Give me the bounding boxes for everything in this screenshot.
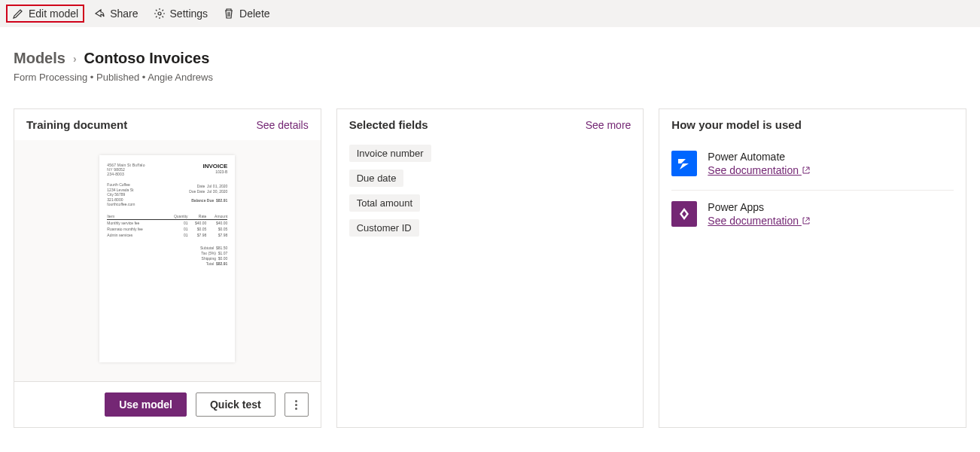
doc: 234-8003 <box>107 172 145 176</box>
doc: $0.05 <box>206 226 227 232</box>
settings-button[interactable]: Settings <box>148 5 215 23</box>
doc: $1.07 <box>218 251 228 255</box>
edit-model-button[interactable]: Edit model <box>6 5 84 23</box>
model-usage-card: How your model is used Power Automate Se… <box>659 108 966 428</box>
share-label: Share <box>110 8 138 20</box>
doc: 1023-B <box>202 170 227 174</box>
field-chip: Due date <box>349 170 404 187</box>
svg-point-0 <box>158 12 161 15</box>
usage-card-title: How your model is used <box>671 118 802 131</box>
see-details-link[interactable]: See details <box>256 119 308 131</box>
integration-name: Power Apps <box>708 201 811 213</box>
more-vertical-icon <box>295 400 297 410</box>
doc: Tax (5%) <box>201 251 216 255</box>
doc: Date <box>197 184 205 188</box>
doc: INVOICE <box>202 163 227 170</box>
doc: $82.91 <box>216 261 227 266</box>
doc: Total <box>206 261 215 266</box>
more-actions-button[interactable] <box>285 392 309 417</box>
doc: 01 <box>165 226 187 232</box>
breadcrumb-root[interactable]: Models <box>14 50 65 67</box>
see-documentation-link[interactable]: See documentation <box>708 164 811 176</box>
doc: $40.00 <box>206 219 227 226</box>
doc: Monthly service fee <box>107 219 165 226</box>
field-chip: Invoice number <box>349 145 431 162</box>
delete-label: Delete <box>239 8 269 20</box>
model-subtitle: Form Processing • Published • Angie Andr… <box>14 72 966 83</box>
chevron-right-icon: › <box>73 53 77 65</box>
doc: $0.05 <box>188 226 207 232</box>
field-chip: Customer ID <box>349 219 419 237</box>
doc: Amount <box>206 213 227 220</box>
external-link-icon <box>802 216 811 225</box>
doc: $0.00 <box>218 256 228 261</box>
doc: Item <box>107 213 165 220</box>
doc: $7.98 <box>188 232 207 238</box>
doc: Subtotal <box>200 246 214 250</box>
external-link-icon <box>802 166 811 175</box>
integration-power-apps: Power Apps See documentation <box>659 191 966 240</box>
doc: Admin services <box>107 232 165 238</box>
invoice-thumbnail: 4567 Main St Buffalo NY 98052 234-8003 I… <box>99 155 235 362</box>
doc: Quantity <box>165 213 187 220</box>
see-more-link[interactable]: See more <box>586 119 632 131</box>
documentation-label: See documentation <box>708 215 799 227</box>
fields-card-title: Selected fields <box>349 118 428 131</box>
doc: fourthcoffee.com <box>107 202 135 207</box>
field-chip: Total amount <box>349 194 420 212</box>
integration-power-automate: Power Automate See documentation <box>659 140 966 190</box>
doc: $82.91 <box>216 198 227 203</box>
doc: 01 <box>165 219 187 226</box>
share-icon <box>93 8 105 20</box>
breadcrumb-current: Contoso Invoices <box>84 50 210 67</box>
doc: Due Date <box>189 189 205 194</box>
doc: 01 <box>165 232 187 238</box>
training-document-card: Training document See details 4567 Main … <box>14 108 321 428</box>
document-preview: 4567 Main St Buffalo NY 98052 234-8003 I… <box>14 140 321 381</box>
gear-icon <box>154 8 166 20</box>
doc: Shipping <box>202 256 216 261</box>
documentation-label: See documentation <box>708 164 799 176</box>
breadcrumb: Models › Contoso Invoices <box>14 50 966 67</box>
selected-fields-card: Selected fields See more Invoice number … <box>336 108 644 428</box>
training-card-title: Training document <box>26 118 127 131</box>
delete-button[interactable]: Delete <box>217 5 275 23</box>
doc: Jul 30, 2020 <box>207 189 227 194</box>
share-button[interactable]: Share <box>87 5 144 23</box>
power-automate-icon <box>671 151 697 176</box>
doc: Rate <box>188 213 207 220</box>
settings-label: Settings <box>170 8 208 20</box>
doc: Balance Due <box>191 198 214 203</box>
edit-model-label: Edit model <box>29 8 78 20</box>
pencil-icon <box>12 8 24 20</box>
use-model-button[interactable]: Use model <box>105 392 187 417</box>
integration-name: Power Automate <box>708 151 811 163</box>
doc: $40.00 <box>188 219 207 226</box>
doc: $81.50 <box>216 246 227 250</box>
doc: Roamato monthly fee <box>107 226 165 232</box>
power-apps-icon <box>671 201 697 227</box>
trash-icon <box>223 8 235 20</box>
doc: Jul 01, 2020 <box>207 184 227 188</box>
see-documentation-link[interactable]: See documentation <box>708 215 811 227</box>
command-bar: Edit model Share Settings Delete <box>0 0 980 27</box>
quick-test-button[interactable]: Quick test <box>196 392 275 417</box>
doc: $7.98 <box>206 232 227 238</box>
